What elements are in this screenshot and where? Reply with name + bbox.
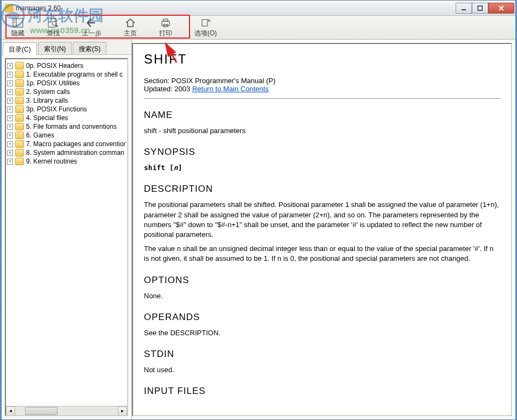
folder-icon (15, 62, 24, 70)
section-line: Section: POSIX Programmer's Manual (P) (144, 77, 500, 85)
scroll-left-icon[interactable]: ◄ (6, 406, 15, 416)
expand-icon[interactable]: + (7, 80, 13, 86)
hide-icon (12, 17, 24, 28)
heading-operands: OPERANDS (144, 312, 500, 323)
expand-icon[interactable]: + (7, 98, 13, 104)
back-button[interactable]: 上一步 (78, 16, 106, 39)
expand-icon[interactable]: + (7, 106, 13, 112)
tree-label: 5. File formats and conventions (26, 123, 117, 130)
folder-icon (15, 88, 24, 96)
tree-label: 3. Library calls (26, 97, 68, 104)
heading-synopsis: SYNOPSIS (144, 147, 500, 158)
home-button[interactable]: 主页 (119, 16, 141, 39)
svg-rect-14 (202, 20, 207, 26)
expand-icon[interactable]: + (7, 124, 13, 130)
tree-item[interactable]: +0p. POSIX Headers (7, 61, 126, 70)
toolbar: 隐藏 查找 上一步 主页 打印 选项(O) (2, 16, 515, 40)
folder-icon (15, 123, 24, 130)
tree-label: 9. Kernel routines (26, 158, 77, 165)
heading-inputfiles: INPUT FILES (144, 386, 500, 397)
expand-icon[interactable]: + (7, 141, 13, 147)
window-controls (456, 3, 514, 14)
scroll-right-icon[interactable]: ► (118, 406, 127, 416)
tree-label: 1p. POSIX Utilities (26, 79, 80, 87)
expand-icon[interactable]: + (7, 89, 13, 95)
options-text: None. (144, 291, 500, 301)
expand-icon[interactable]: + (7, 115, 13, 121)
desc-para-2: The value n shall be an unsigned decimal… (144, 244, 500, 264)
tree-label: 4. Special files (26, 114, 68, 122)
find-button[interactable]: 查找 (42, 16, 64, 39)
window-title: manpages 2.60 (16, 4, 456, 12)
expand-icon[interactable]: + (7, 159, 13, 165)
back-icon (86, 17, 98, 28)
main-area: 目录(C) 索引(N) 搜索(S) +0p. POSIX Headers+1. … (2, 40, 515, 419)
maximize-button[interactable] (472, 3, 488, 14)
home-icon (124, 17, 136, 28)
tree-label: 2. System calls (26, 88, 70, 96)
tree-item[interactable]: +9. Kernel routines (7, 157, 126, 166)
svg-rect-12 (163, 19, 168, 21)
app-window: manpages 2.60 隐藏 查找 上一步 主页 打印 (1, 0, 516, 420)
close-button[interactable] (488, 3, 514, 14)
return-link[interactable]: Return to Main Contents (192, 85, 269, 93)
expand-icon[interactable]: + (7, 150, 13, 156)
tree-item[interactable]: +8. System administration comman (7, 148, 126, 157)
tree-item[interactable]: +1p. POSIX Utilities (7, 79, 126, 87)
tree-item[interactable]: +1. Executable programs or shell c (7, 70, 126, 79)
svg-rect-4 (13, 18, 23, 27)
folder-icon (15, 97, 24, 104)
updated-line: Updated: 2003 Return to Main Contents (144, 85, 500, 93)
heading-stdin: STDIN (144, 349, 500, 360)
tree-label: 3p. POSIX Functions (26, 105, 87, 113)
tree-item[interactable]: +5. File formats and conventions (7, 122, 126, 131)
minimize-button[interactable] (456, 3, 472, 14)
options-button[interactable]: 选项(O) (190, 16, 221, 39)
tree-label: 7. Macro packages and convention (26, 140, 126, 148)
print-icon (160, 17, 172, 28)
expand-icon[interactable]: + (7, 63, 13, 69)
svg-rect-11 (162, 21, 169, 26)
sidebar-tabs: 目录(C) 索引(N) 搜索(S) (2, 40, 131, 55)
stdin-text: Not used. (144, 365, 500, 375)
folder-icon (15, 105, 24, 113)
tree-label: 8. System administration comman (26, 149, 124, 156)
folder-icon (15, 158, 24, 165)
sidebar: 目录(C) 索引(N) 搜索(S) +0p. POSIX Headers+1. … (2, 40, 132, 419)
divider (144, 98, 500, 99)
tree-hscrollbar[interactable]: ◄ ► (6, 406, 127, 415)
tab-contents[interactable]: 目录(C) (3, 42, 37, 55)
tab-index[interactable]: 索引(N) (38, 42, 72, 54)
tree-label: 1. Executable programs or shell c (26, 71, 123, 78)
hide-button[interactable]: 隐藏 (7, 16, 29, 39)
toc-tree: +0p. POSIX Headers+1. Executable program… (5, 58, 128, 416)
tree-label: 6. Games (26, 131, 54, 139)
folder-icon (15, 114, 24, 122)
tree-item[interactable]: +7. Macro packages and convention (7, 140, 126, 148)
expand-icon[interactable]: + (7, 72, 13, 78)
find-icon (47, 17, 59, 28)
tree-item[interactable]: +6. Games (7, 131, 126, 140)
options-icon (200, 17, 212, 28)
desc-para-1: The positional parameters shall be shift… (144, 200, 500, 240)
titlebar: manpages 2.60 (2, 1, 515, 16)
operands-text: See the DESCRIPTION. (144, 328, 500, 338)
heading-name: NAME (144, 110, 500, 121)
scroll-thumb[interactable] (25, 407, 58, 415)
folder-icon (15, 149, 24, 156)
heading-description: DESCRIPTION (144, 184, 500, 195)
tree-item[interactable]: +2. System calls (7, 87, 126, 96)
tab-search[interactable]: 搜索(S) (73, 42, 106, 54)
folder-icon (15, 71, 24, 78)
expand-icon[interactable]: + (7, 133, 13, 139)
folder-icon (15, 79, 24, 87)
page-title: SHIFT (144, 52, 500, 67)
heading-options: OPTIONS (144, 275, 500, 286)
folder-icon (15, 140, 24, 148)
folder-icon (15, 131, 24, 139)
tree-item[interactable]: +3p. POSIX Functions (7, 105, 126, 114)
tree-item[interactable]: +4. Special files (7, 114, 126, 122)
tree-item[interactable]: +3. Library calls (7, 96, 126, 105)
name-text: shift - shift positional parameters (144, 126, 500, 136)
print-button[interactable]: 打印 (155, 16, 176, 39)
